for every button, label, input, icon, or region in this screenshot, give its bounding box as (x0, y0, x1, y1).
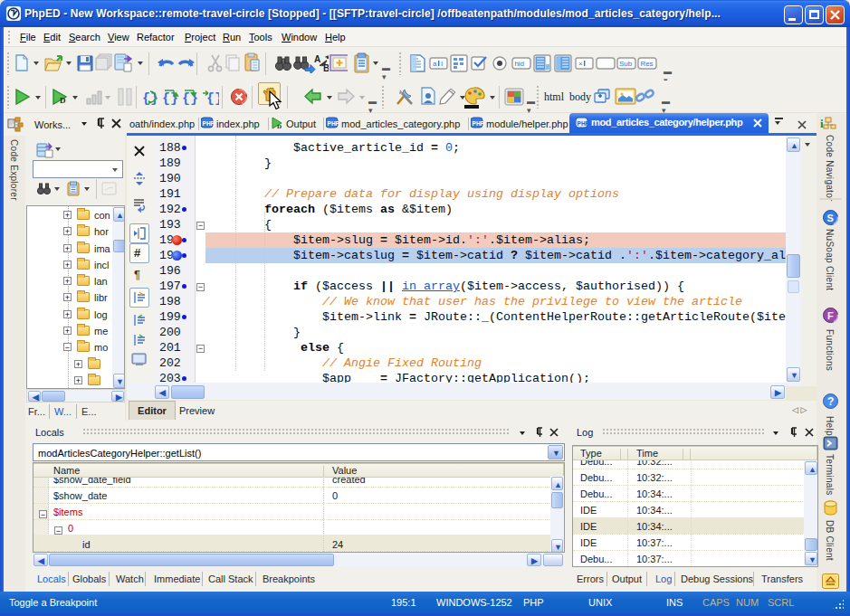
svg-text:I: I (441, 60, 443, 68)
svg-text:i: i (820, 117, 824, 130)
svg-text:Res: Res (640, 60, 653, 68)
svg-text:PHP: PHP (578, 120, 588, 127)
svg-text:PHP: PHP (328, 120, 339, 127)
svg-text:F: F (827, 310, 834, 321)
svg-text:D: D (277, 123, 282, 129)
svg-text:PHP: PHP (473, 120, 483, 127)
svg-text:×: × (578, 60, 583, 68)
svg-text:a: a (433, 60, 437, 68)
svg-text:PHP: PHP (203, 120, 214, 127)
svg-text:S: S (827, 213, 834, 223)
svg-text:D: D (60, 96, 66, 105)
svg-text:?: ? (827, 395, 834, 408)
svg-text:A: A (314, 54, 320, 64)
svg-text:hid: hid (514, 60, 524, 68)
svg-text:Sub: Sub (619, 60, 633, 68)
